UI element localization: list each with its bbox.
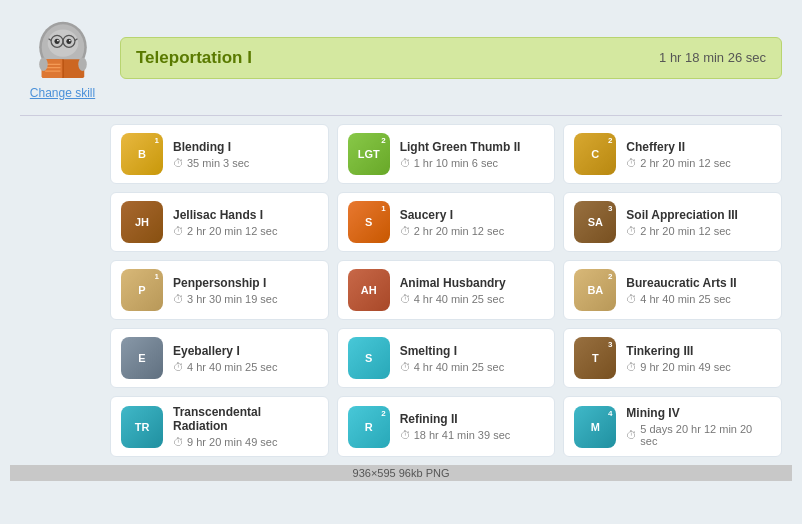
skill-time: ⏱ 35 min 3 sec xyxy=(173,157,249,169)
skill-icon: AH xyxy=(348,269,390,311)
skill-name: Saucery I xyxy=(400,208,505,222)
clock-icon: ⏱ xyxy=(400,293,411,305)
svg-point-10 xyxy=(57,40,59,42)
svg-point-11 xyxy=(68,40,70,42)
skill-card[interactable]: S1Saucery I⏱ 2 hr 20 min 12 sec xyxy=(337,192,556,252)
skill-time: ⏱ 5 days 20 hr 12 min 20 sec xyxy=(626,423,771,447)
skill-time: ⏱ 2 hr 20 min 12 sec xyxy=(626,157,731,169)
main-container: Change skill Teleportation I 1 hr 18 min… xyxy=(0,0,802,491)
skill-card[interactable]: EEyeballery I⏱ 4 hr 40 min 25 sec xyxy=(110,328,329,388)
skill-time: ⏱ 4 hr 40 min 25 sec xyxy=(626,293,736,305)
skill-info: Penpersonship I⏱ 3 hr 30 min 19 sec xyxy=(173,276,278,305)
skill-icon: LGT2 xyxy=(348,133,390,175)
skill-info: Bureaucratic Arts II⏱ 4 hr 40 min 25 sec xyxy=(626,276,736,305)
skill-time: ⏱ 18 hr 41 min 39 sec xyxy=(400,429,511,441)
skills-grid: B1Blending I⏱ 35 min 3 secLGT2Light Gree… xyxy=(110,124,782,457)
skill-info: Smelting I⏱ 4 hr 40 min 25 sec xyxy=(400,344,505,373)
skill-name: Penpersonship I xyxy=(173,276,278,290)
skill-card[interactable]: B1Blending I⏱ 35 min 3 sec xyxy=(110,124,329,184)
skill-info: Blending I⏱ 35 min 3 sec xyxy=(173,140,249,169)
clock-icon: ⏱ xyxy=(626,157,637,169)
skill-info: Mining IV⏱ 5 days 20 hr 12 min 20 sec xyxy=(626,406,771,447)
skill-name: Animal Husbandry xyxy=(400,276,506,290)
left-panel xyxy=(20,124,110,457)
skill-name: Soil Appreciation III xyxy=(626,208,738,222)
clock-icon: ⏱ xyxy=(626,293,637,305)
skill-card[interactable]: T3Tinkering III⏱ 9 hr 20 min 49 sec xyxy=(563,328,782,388)
skill-icon: P1 xyxy=(121,269,163,311)
change-skill-link[interactable]: Change skill xyxy=(30,86,95,100)
skill-icon: E xyxy=(121,337,163,379)
skill-time: ⏱ 4 hr 40 min 25 sec xyxy=(173,361,278,373)
skill-card[interactable]: BA2Bureaucratic Arts II⏱ 4 hr 40 min 25 … xyxy=(563,260,782,320)
skill-time: ⏱ 4 hr 40 min 25 sec xyxy=(400,361,505,373)
skill-card[interactable]: P1Penpersonship I⏱ 3 hr 30 min 19 sec xyxy=(110,260,329,320)
skill-name: Light Green Thumb II xyxy=(400,140,521,154)
skill-time: ⏱ 2 hr 20 min 12 sec xyxy=(173,225,278,237)
skill-info: Tinkering III⏱ 9 hr 20 min 49 sec xyxy=(626,344,731,373)
skill-time: ⏱ 1 hr 10 min 6 sec xyxy=(400,157,521,169)
skill-bar-title: Teleportation I xyxy=(136,48,252,68)
svg-point-19 xyxy=(78,58,87,72)
skill-card[interactable]: TRTranscendental Radiation⏱ 9 hr 20 min … xyxy=(110,396,329,457)
skill-name: Mining IV xyxy=(626,406,771,420)
skill-card[interactable]: SSmelting I⏱ 4 hr 40 min 25 sec xyxy=(337,328,556,388)
skill-card[interactable]: M4Mining IV⏱ 5 days 20 hr 12 min 20 sec xyxy=(563,396,782,457)
skill-card[interactable]: LGT2Light Green Thumb II⏱ 1 hr 10 min 6 … xyxy=(337,124,556,184)
mascot-panel: Change skill xyxy=(20,15,105,100)
skill-info: Jellisac Hands I⏱ 2 hr 20 min 12 sec xyxy=(173,208,278,237)
skill-card[interactable]: JHJellisac Hands I⏱ 2 hr 20 min 12 sec xyxy=(110,192,329,252)
skill-time: ⏱ 2 hr 20 min 12 sec xyxy=(626,225,738,237)
skill-name: Eyeballery I xyxy=(173,344,278,358)
skill-icon: JH xyxy=(121,201,163,243)
skill-time: ⏱ 9 hr 20 min 49 sec xyxy=(626,361,731,373)
skill-name: Tinkering III xyxy=(626,344,731,358)
skill-card[interactable]: AHAnimal Husbandry⏱ 4 hr 40 min 25 sec xyxy=(337,260,556,320)
skill-name: Blending I xyxy=(173,140,249,154)
skill-icon: S1 xyxy=(348,201,390,243)
skill-card[interactable]: C2Cheffery II⏱ 2 hr 20 min 12 sec xyxy=(563,124,782,184)
mascot-icon xyxy=(28,15,98,83)
skill-info: Animal Husbandry⏱ 4 hr 40 min 25 sec xyxy=(400,276,506,305)
clock-icon: ⏱ xyxy=(400,225,411,237)
skill-icon: C2 xyxy=(574,133,616,175)
clock-icon: ⏱ xyxy=(173,293,184,305)
skill-name: Jellisac Hands I xyxy=(173,208,278,222)
skill-info: Light Green Thumb II⏱ 1 hr 10 min 6 sec xyxy=(400,140,521,169)
skill-bar: Teleportation I 1 hr 18 min 26 sec xyxy=(120,37,782,79)
skill-time: ⏱ 4 hr 40 min 25 sec xyxy=(400,293,506,305)
content-area: B1Blending I⏱ 35 min 3 secLGT2Light Gree… xyxy=(10,124,792,457)
skill-info: Cheffery II⏱ 2 hr 20 min 12 sec xyxy=(626,140,731,169)
skill-info: Saucery I⏱ 2 hr 20 min 12 sec xyxy=(400,208,505,237)
skill-info: Refining II⏱ 18 hr 41 min 39 sec xyxy=(400,412,511,441)
skill-name: Smelting I xyxy=(400,344,505,358)
skill-icon: R2 xyxy=(348,406,390,448)
skill-icon: M4 xyxy=(574,406,616,448)
svg-point-18 xyxy=(39,58,48,72)
skill-name: Cheffery II xyxy=(626,140,731,154)
skill-name: Refining II xyxy=(400,412,511,426)
skill-card[interactable]: R2Refining II⏱ 18 hr 41 min 39 sec xyxy=(337,396,556,457)
header-right: Teleportation I 1 hr 18 min 26 sec xyxy=(120,37,782,79)
skill-time: ⏱ 2 hr 20 min 12 sec xyxy=(400,225,505,237)
svg-point-9 xyxy=(66,39,71,44)
skill-icon: T3 xyxy=(574,337,616,379)
skill-icon: SA3 xyxy=(574,201,616,243)
skill-icon: B1 xyxy=(121,133,163,175)
svg-point-8 xyxy=(54,39,59,44)
top-bar: Change skill Teleportation I 1 hr 18 min… xyxy=(10,10,792,105)
divider xyxy=(20,115,782,116)
clock-icon: ⏱ xyxy=(173,436,184,448)
skill-time: ⏱ 9 hr 20 min 49 sec xyxy=(173,436,318,448)
skill-name: Bureaucratic Arts II xyxy=(626,276,736,290)
clock-icon: ⏱ xyxy=(400,429,411,441)
skill-icon: TR xyxy=(121,406,163,448)
clock-icon: ⏱ xyxy=(173,225,184,237)
skill-icon: BA2 xyxy=(574,269,616,311)
skill-info: Soil Appreciation III⏱ 2 hr 20 min 12 se… xyxy=(626,208,738,237)
bottom-bar: 936×595 96kb PNG xyxy=(10,465,792,481)
clock-icon: ⏱ xyxy=(626,361,637,373)
clock-icon: ⏱ xyxy=(400,157,411,169)
skill-card[interactable]: SA3Soil Appreciation III⏱ 2 hr 20 min 12… xyxy=(563,192,782,252)
clock-icon: ⏱ xyxy=(173,157,184,169)
